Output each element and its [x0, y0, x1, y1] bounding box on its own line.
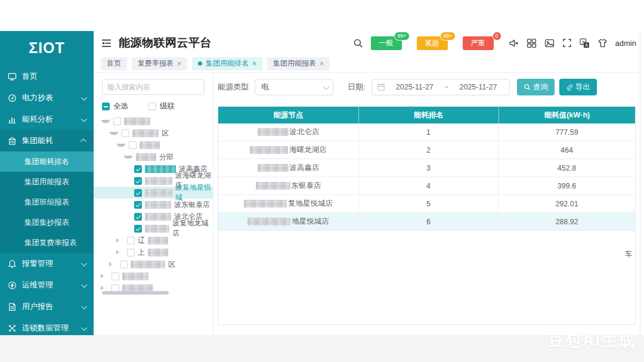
tree-node-store-selected[interactable]: 波复地星悦城 [94, 187, 213, 199]
alarm-badge-general[interactable]: 一般 99+ [371, 36, 402, 50]
user-name[interactable]: admin [615, 39, 636, 48]
sidebar-subitem-energy-report[interactable]: 集团用能报表 [0, 172, 94, 192]
table-row[interactable]: 波高鑫店 3 452.8 [218, 159, 635, 177]
sidebar-subitem-team-report[interactable]: 集团班组报表 [0, 192, 94, 212]
tree-node[interactable]: 分部 [94, 151, 213, 163]
expander-icon[interactable] [109, 262, 117, 267]
table-row-highlighted[interactable]: 地星悦城店 6 288.92 [218, 213, 635, 231]
select-all-checkbox[interactable] [102, 103, 110, 110]
table-row[interactable]: 海曙龙湖店 2 464 [218, 141, 635, 159]
expander-icon[interactable] [123, 156, 133, 159]
sidebar-item-label: 能耗分析 [22, 114, 53, 125]
checkbox[interactable] [127, 249, 135, 256]
side-drawer-handle[interactable]: 车 [625, 249, 632, 259]
tree-node[interactable]: 区 [94, 127, 213, 139]
sidebar-item-group-energy[interactable]: 集团能耗 [0, 130, 94, 151]
table-header: 能源节点 [218, 107, 358, 123]
table-row[interactable]: 波北仑店 1 777.59 [218, 123, 635, 141]
query-button-label: 查询 [533, 82, 548, 92]
expander-icon[interactable] [101, 274, 109, 279]
close-icon[interactable]: × [252, 60, 256, 68]
tab-home[interactable]: 首页 [101, 57, 127, 70]
checkbox[interactable] [113, 117, 121, 125]
sidebar-subitem-energy-ranking[interactable]: 集团能耗排名 [0, 151, 94, 172]
chevron-up-icon [80, 138, 86, 144]
sidebar-subitem-collect-report[interactable]: 集团集抄报表 [0, 212, 94, 233]
checkbox[interactable] [134, 177, 142, 185]
node-name: 波高鑫店 [290, 163, 320, 173]
export-button[interactable]: 导出 [559, 79, 597, 95]
sidebar-item-user-report[interactable]: 用户报告 [0, 296, 94, 317]
checkbox[interactable] [120, 261, 128, 268]
energy-type-select[interactable]: 电 [255, 79, 333, 95]
collapse-menu-icon[interactable] [101, 38, 112, 48]
tree-node[interactable] [94, 139, 213, 151]
sidebar-item-meter-reading[interactable]: 电力抄表 [0, 87, 94, 109]
app-grid-icon[interactable] [527, 38, 537, 48]
checkbox[interactable] [134, 225, 142, 233]
table-row[interactable]: 东银泰店 4 399.6 [218, 177, 635, 195]
expander-icon[interactable] [116, 238, 124, 243]
redacted-text [250, 146, 288, 154]
checkbox[interactable] [134, 189, 142, 197]
date-start[interactable]: 2025-11-27 [389, 83, 441, 91]
mute-icon[interactable] [509, 38, 519, 48]
checkbox[interactable] [134, 213, 142, 221]
fullscreen-icon[interactable] [562, 38, 572, 48]
translate-icon[interactable]: 文A [580, 38, 590, 48]
checkbox[interactable] [134, 201, 142, 209]
table-header-row: 能源节点 能耗排名 能耗值(kW·h) [218, 107, 635, 123]
expander-icon[interactable] [116, 144, 126, 147]
chevron-down-icon [81, 94, 87, 100]
redacted-text [122, 273, 148, 280]
horizontal-scrollbar[interactable] [102, 291, 169, 295]
energy-value: 399.6 [498, 177, 635, 194]
search-icon[interactable] [353, 38, 363, 48]
sidebar-item-home[interactable]: 首页 [0, 66, 94, 87]
expander-icon[interactable] [116, 250, 124, 255]
sidebar-item-chain-data-management[interactable]: 连锁数据管理 [0, 317, 94, 335]
tree-node-store[interactable]: 波复地龙城店 [94, 222, 213, 234]
tab-bar: 首页 复费率报表× 集团用能排名× 集团用能报表× [94, 55, 640, 73]
tree-node[interactable] [94, 270, 213, 282]
query-button[interactable]: 查询 [517, 79, 555, 95]
close-icon[interactable]: × [320, 60, 324, 68]
app-window: ΣIOT 首页 电力抄表 能耗分析 集团能耗 集团能耗排名 集团用能报表 集团班… [0, 31, 640, 335]
date-end[interactable]: 2025-11-27 [452, 83, 504, 91]
alarm-badge-severe[interactable]: 严重 0 [463, 36, 494, 50]
redacted-text [145, 189, 172, 197]
date-range-picker[interactable]: 2025-11-27 ~ 2025-11-27 [371, 79, 510, 95]
close-icon[interactable]: × [177, 60, 181, 68]
tree-search-input[interactable] [102, 79, 205, 95]
sidebar-item-energy-analysis[interactable]: 能耗分析 [0, 109, 94, 130]
tab-multirate-report[interactable]: 复费率报表× [132, 57, 187, 70]
cascade-checkbox[interactable] [148, 103, 156, 110]
sidebar-item-alarm-management[interactable]: 报警管理 [0, 253, 94, 274]
checkbox[interactable] [122, 129, 129, 137]
group-icon [8, 137, 17, 146]
tree-node[interactable] [94, 115, 213, 127]
shirt-icon[interactable] [597, 38, 608, 48]
checkbox[interactable] [134, 165, 142, 173]
expander-icon[interactable] [101, 286, 109, 290]
expander-icon[interactable] [101, 120, 110, 123]
tab-group-energy-ranking[interactable]: 集团用能排名× [192, 57, 262, 70]
checkbox[interactable] [129, 141, 137, 149]
alarm-badge-urgent[interactable]: 紧急 99+ [417, 36, 448, 50]
table-row[interactable]: 复地星悦城店 5 292.01 [218, 195, 635, 213]
tab-group-energy-report[interactable]: 集团用能报表× [267, 57, 330, 70]
image-icon[interactable] [544, 38, 555, 48]
rank-value: 3 [358, 159, 498, 177]
tree-node[interactable]: 上 [94, 246, 213, 258]
checkbox[interactable] [112, 273, 119, 280]
tree-node-store[interactable]: 波东银泰店 [94, 199, 213, 211]
sidebar-item-ops-management[interactable]: 运维管理 [0, 274, 94, 296]
sidebar-subitem-multirate-report[interactable]: 集团复费率报表 [0, 233, 94, 253]
tree-panel: 全选 级联 区 分部 波高鑫店 波海曙龙湖店 波复地星悦城 波东银泰店 波北仑店… [94, 73, 213, 335]
checkbox[interactable] [127, 237, 135, 245]
expander-icon[interactable] [109, 132, 119, 135]
sidebar-submenu: 集团能耗排名 集团用能报表 集团班组报表 集团集抄报表 集团复费率报表 [0, 151, 94, 253]
rank-value: 6 [358, 213, 498, 230]
sidebar-item-label: 连锁数据管理 [22, 323, 69, 333]
tree-node[interactable]: 区 [94, 258, 213, 270]
